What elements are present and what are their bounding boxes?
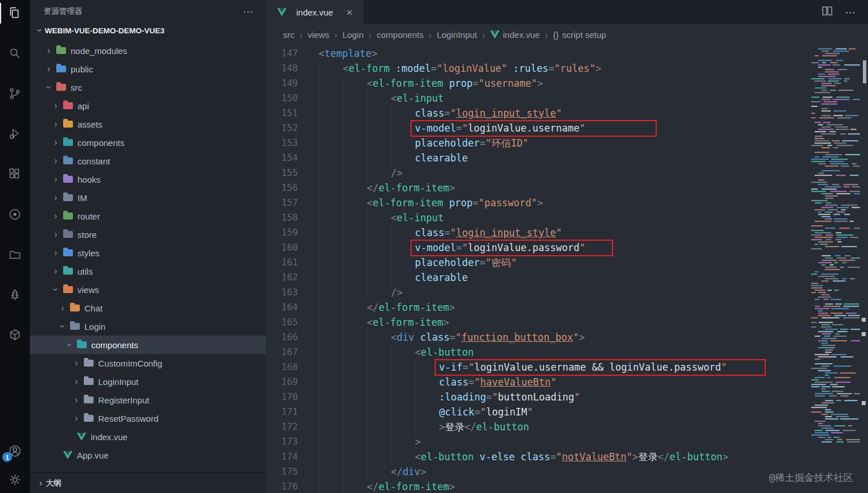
breadcrumb-item-views[interactable]: views [308, 30, 330, 40]
code-line-166[interactable]: 166 <div class="function_button_box"> [266, 330, 868, 345]
tree-item-utils[interactable]: ›utils [30, 262, 266, 280]
code-line-164[interactable]: 164 </el-form-item> [266, 300, 868, 315]
breadcrumb-item-Login[interactable]: Login [343, 30, 364, 40]
record-icon[interactable] [0, 207, 30, 222]
chevron-right-icon: › [57, 303, 68, 313]
code-line-160[interactable]: 160 v-model="loginValue.password" [266, 240, 868, 255]
folder-icon [70, 323, 80, 330]
folder-icon [56, 84, 66, 91]
code-line-152[interactable]: 152 v-model="loginValue.username" [266, 121, 868, 136]
project-root-label: WEBIM-VUE-DEMO-DEMO-VUE3 [45, 26, 165, 35]
line-text: <el-button [298, 345, 474, 360]
tree-item-index.vue[interactable]: ›index.vue [30, 427, 266, 446]
account-icon[interactable]: 1 [0, 444, 30, 459]
tree-item-CustomImConfig[interactable]: ›CustomImConfig [30, 354, 266, 372]
code-line-159[interactable]: 159 class="login_input_style" [266, 225, 868, 240]
code-line-168[interactable]: 168 v-if="loginValue.username && loginVa… [266, 360, 868, 375]
tree-item-api[interactable]: ›api [30, 97, 266, 115]
search-icon[interactable] [0, 46, 30, 61]
code-line-174[interactable]: 174 <el-button v-else class="notValueBtn… [266, 449, 868, 464]
code-line-173[interactable]: 173 > [266, 434, 868, 449]
code-line-157[interactable]: 157 <el-form-item prop="password"> [266, 195, 868, 210]
breadcrumb-item-src[interactable]: src [283, 30, 294, 40]
tree-item-node_modules[interactable]: ›node_modules [30, 41, 266, 60]
tree-item-App.vue[interactable]: ›App.vue [30, 446, 266, 464]
files-icon[interactable] [0, 6, 30, 21]
tree-item-components[interactable]: ›components [30, 133, 266, 152]
tree-item-hooks[interactable]: ›hooks [30, 170, 266, 188]
tab-actions: ⋯ [821, 0, 868, 24]
breadcrumb-label: LoginInput [437, 30, 477, 40]
line-number: 168 [266, 360, 298, 375]
tree-item-label: assets [78, 120, 102, 129]
cube-icon[interactable] [0, 328, 30, 342]
folder-icon[interactable] [0, 247, 30, 262]
code-line-151[interactable]: 151 class="login_input_style" [266, 106, 868, 121]
code-line-171[interactable]: 171 @click="loginIM" [266, 405, 868, 419]
breadcrumb-item-components[interactable]: components [377, 30, 424, 40]
code-line-154[interactable]: 154 clearable [266, 151, 868, 165]
code-line-147[interactable]: 147<template> [266, 46, 868, 61]
tree-item-label: src [71, 83, 82, 93]
split-editor-icon[interactable] [821, 5, 834, 20]
source-control-icon[interactable] [0, 86, 30, 101]
code-line-167[interactable]: 167 <el-button [266, 345, 868, 360]
settings-gear-icon[interactable] [0, 472, 30, 487]
tree-item-src[interactable]: ›src [30, 78, 266, 97]
breadcrumb-item-LoginInput[interactable]: LoginInput [437, 30, 477, 40]
tree-item-components[interactable]: ›components [30, 336, 266, 354]
tree-item-store[interactable]: ›store [30, 225, 266, 244]
code-line-165[interactable]: 165 <el-form-item> [266, 315, 868, 330]
code-line-170[interactable]: 170 :loading="buttonLoading" [266, 390, 868, 405]
code-line-150[interactable]: 150 <el-input [266, 91, 868, 106]
code-editor[interactable]: 147<template>148 <el-form :model="loginV… [266, 45, 868, 493]
code-line-172[interactable]: 172 >登录</el-button [266, 419, 868, 434]
tree-item-public[interactable]: ›public [30, 60, 266, 78]
tree-item-ResetPassword[interactable]: ›ResetPassword [30, 409, 266, 427]
tree-item-label: public [71, 64, 93, 74]
breadcrumb-item-script-setup[interactable]: {}script setup [553, 30, 606, 40]
tree-item-RegisterInput[interactable]: ›RegisterInput [30, 391, 266, 409]
extensions-icon[interactable] [0, 167, 30, 182]
close-tab-icon[interactable]: × [346, 7, 352, 18]
tree-item-router[interactable]: ›router [30, 207, 266, 225]
line-number: 155 [266, 165, 298, 180]
code-line-169[interactable]: 169 class="haveValueBtn" [266, 375, 868, 390]
tree-icon[interactable] [0, 287, 30, 302]
chevron-right-icon: › [71, 359, 82, 368]
code-line-156[interactable]: 156 </el-form-item> [266, 180, 868, 195]
editor-more-actions-icon[interactable]: ⋯ [845, 6, 857, 19]
tree-item-constant[interactable]: ›constant [30, 152, 266, 170]
tree-item-views[interactable]: ›views [30, 280, 266, 299]
tree-item-LoginInput[interactable]: ›LoginInput [30, 372, 266, 391]
line-text: v-model="loginValue.username" [298, 121, 657, 136]
line-text: <template> [298, 46, 377, 61]
code-line-153[interactable]: 153 placeholder="环信ID" [266, 136, 868, 151]
tree-item-assets[interactable]: ›assets [30, 115, 266, 133]
code-line-163[interactable]: 163 /> [266, 285, 868, 300]
breadcrumb-item-index.vue[interactable]: index.vue [490, 30, 540, 40]
run-debug-icon[interactable] [0, 126, 30, 141]
code-line-161[interactable]: 161 placeholder="密码" [266, 255, 868, 270]
code-line-158[interactable]: 158 <el-input [266, 210, 868, 225]
code-line-148[interactable]: 148 <el-form :model="loginValue" :rules=… [266, 61, 868, 76]
line-number: 152 [266, 121, 298, 136]
project-root-row[interactable]: › WEBIM-VUE-DEMO-DEMO-VUE3 [30, 23, 266, 38]
scrollbar-thumb[interactable] [863, 60, 866, 83]
chevron-right-icon: › [71, 377, 82, 386]
code-line-162[interactable]: 162 clearable [266, 270, 868, 285]
tree-item-Chat[interactable]: ›Chat [30, 299, 266, 317]
code-line-155[interactable]: 155 /> [266, 165, 868, 180]
line-text: :loading="buttonLoading" [298, 390, 580, 405]
line-number: 162 [266, 270, 298, 285]
chevron-right-icon: › [51, 175, 61, 184]
more-actions-icon[interactable]: ⋯ [243, 5, 254, 18]
tree-item-Login[interactable]: ›Login [30, 317, 266, 336]
tab-index-vue[interactable]: index.vue × [266, 0, 365, 24]
outline-section[interactable]: › 大纲 [30, 472, 266, 493]
code-line-149[interactable]: 149 <el-form-item prop="username"> [266, 76, 868, 91]
tab-bar: index.vue × ⋯ [266, 0, 868, 24]
minimap[interactable] [809, 47, 860, 449]
tree-item-styles[interactable]: ›styles [30, 244, 266, 262]
tree-item-IM[interactable]: ›IM [30, 188, 266, 207]
